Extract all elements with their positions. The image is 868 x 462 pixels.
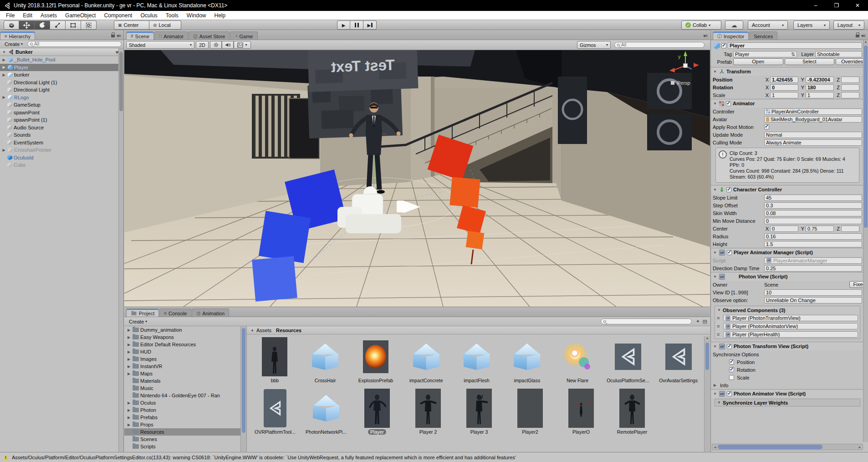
enabled-checkbox[interactable] — [726, 101, 731, 106]
close-button[interactable]: ✕ — [847, 0, 868, 11]
menu-tools[interactable]: Tools — [162, 12, 183, 19]
pivot-toggle-button[interactable]: ▣ Center — [114, 21, 149, 30]
foldout-icon[interactable]: ▼ — [713, 102, 717, 106]
radius-field[interactable]: 0.16 — [764, 233, 862, 240]
folder-dummy-animation[interactable]: ▶Dummy_animation — [124, 326, 246, 334]
step-button[interactable]: ▶ — [363, 21, 377, 30]
center-x-field[interactable]: 0 — [770, 226, 798, 232]
folder-hud[interactable]: ▶HUD — [124, 348, 246, 355]
foldout-icon[interactable]: ▼ — [713, 344, 717, 349]
search-by-label-icon[interactable]: ▤ — [703, 318, 707, 324]
scene-viewport[interactable]: Test Text — [124, 50, 710, 307]
foldout-icon[interactable]: ▼ — [713, 188, 717, 192]
menu-component[interactable]: Component — [100, 12, 136, 19]
asset-impactconcrete[interactable]: impactConcrete — [401, 336, 451, 383]
asset-impactflesh[interactable]: impactFlesh — [451, 336, 502, 383]
folder-scripts[interactable]: Scripts — [124, 443, 246, 450]
tab-scene[interactable]: # Scene — [126, 31, 154, 40]
project-create-button[interactable]: Create ▾ — [126, 318, 150, 325]
culling-mode-dropdown[interactable]: Always Animate — [764, 139, 862, 146]
drag-handle-icon[interactable]: = — [717, 323, 721, 329]
scale-z-field[interactable] — [841, 92, 859, 98]
inspector-h-scrollbar[interactable]: ◄ ► — [712, 444, 863, 450]
hierarchy-item-cube[interactable]: Cube — [0, 161, 123, 169]
folder-photon[interactable]: ▶Photon — [124, 406, 246, 414]
apply-root-motion-checkbox[interactable] — [764, 124, 769, 129]
status-bar[interactable]: Assets/Oculus/Platform/Editor/OculusPlat… — [0, 452, 868, 462]
asset-photonnetworkplayer[interactable]: PhotonNetworkPl... — [301, 388, 352, 435]
search-by-type-icon[interactable]: ✦ — [696, 318, 700, 324]
foldout-icon[interactable]: ▼ — [713, 275, 717, 279]
foldout-icon[interactable]: ▼ — [2, 50, 6, 54]
panel-menu-icon[interactable]: ▾≡ — [861, 33, 865, 38]
hierarchy-item-spawnpoint[interactable]: spawnPoint — [0, 109, 123, 117]
audio-toggle-button[interactable] — [222, 41, 234, 49]
tab-inspector[interactable]: ⓘ Inspector — [713, 31, 749, 40]
persp-label[interactable]: Persp — [677, 80, 690, 86]
observed-component-field[interactable]: c#Player (PhotonAnimatorView) — [723, 323, 858, 329]
scroll-up-icon[interactable]: ▲ — [863, 40, 868, 43]
hierarchy-item-oculusid[interactable]: OculusId › — [0, 154, 123, 162]
tab-console[interactable]: ≡ Console — [159, 308, 191, 317]
active-checkbox[interactable] — [721, 43, 726, 48]
folder-materials[interactable]: Materials — [124, 377, 246, 385]
folder-nintendo64[interactable]: Nintendo 64 - GoldenEye 007 - Ran — [124, 392, 246, 399]
drag-handle-icon[interactable]: = — [717, 332, 721, 337]
hierarchy-item-crosshairpointer[interactable]: ▶ CrosshairPointer — [0, 146, 123, 154]
hierarchy-search-input[interactable] — [34, 41, 119, 46]
scale-y-field[interactable]: 1 — [806, 92, 834, 98]
menu-oculus[interactable]: Oculus — [136, 12, 161, 19]
layers-dropdown[interactable]: Layers ▾ — [793, 21, 830, 30]
center-z-field[interactable] — [841, 226, 859, 232]
tab-project[interactable]: Project — [126, 308, 159, 317]
folder-oculus[interactable]: ▶Oculus — [124, 399, 246, 406]
2d-toggle-button[interactable]: 2D — [196, 41, 209, 49]
foldout-icon[interactable]: ▼ — [717, 308, 721, 312]
folder-tree-scrollbar[interactable] — [240, 326, 246, 452]
hierarchy-scrollbar[interactable] — [118, 48, 123, 452]
menu-assets[interactable]: Assets — [36, 12, 61, 19]
hand-tool-button[interactable] — [4, 21, 19, 30]
enabled-checkbox[interactable] — [727, 391, 732, 396]
rotate-tool-button[interactable] — [35, 21, 50, 30]
asset-ovrplatformtool[interactable]: OVRPlatformTool... — [250, 388, 301, 435]
minimize-button[interactable]: – — [805, 0, 826, 11]
folder-easy-weapons[interactable]: ▶Easy Weapons — [124, 334, 246, 341]
asset-explosionprefab[interactable]: ExplosionPrefab — [351, 336, 401, 383]
hierarchy-item-player[interactable]: ▶ Player › — [0, 64, 123, 72]
scroll-right-icon[interactable]: ► — [857, 446, 863, 449]
asset-player[interactable]: Player — [352, 388, 403, 435]
tab-asset-store[interactable]: ◫ Asset Store — [189, 31, 230, 40]
rect-tool-button[interactable] — [66, 21, 81, 30]
menu-file[interactable]: File — [2, 12, 19, 19]
tab-animator[interactable]: ∷ Animator — [154, 31, 188, 40]
folder-editor-default-resources[interactable]: ▶Editor Default Resources — [124, 341, 246, 348]
hierarchy-item-gamesetup[interactable]: GameSetup — [0, 101, 123, 109]
info-foldout-label[interactable]: Info — [720, 383, 728, 388]
folder-scenes[interactable]: Scenes — [124, 436, 246, 443]
slope-limit-field[interactable]: 45 — [764, 195, 862, 201]
hierarchy-item-directional-light-1[interactable]: Directional Light (1) — [0, 79, 123, 87]
play-button[interactable]: ▶ — [337, 21, 350, 30]
foldout-icon[interactable]: ▶ — [713, 383, 717, 387]
update-mode-dropdown[interactable]: Normal — [764, 132, 862, 138]
panel-menu-icon[interactable]: ▾≡ — [117, 33, 121, 38]
skin-width-field[interactable]: 0.08 — [764, 210, 862, 216]
hierarchy-item-directional-light[interactable]: Directional Light — [0, 86, 123, 94]
foldout-icon[interactable]: ▼ — [717, 400, 721, 405]
asset-player2[interactable]: Player2 — [505, 388, 556, 435]
scale-tool-button[interactable] — [50, 21, 66, 30]
tab-animation[interactable]: ◷ Animation — [192, 308, 229, 317]
asset-remoteplayer[interactable]: RemotePlayer — [607, 388, 658, 435]
foldout-icon[interactable]: ▼ — [713, 251, 717, 255]
asset-bbb[interactable]: bbb — [250, 336, 300, 383]
asset-ovravatarsettings[interactable]: OvrAvatarSettings — [653, 336, 704, 383]
scene-header-row[interactable]: ▼ Bunker ▾≡ — [0, 48, 123, 56]
step-offset-field[interactable]: 0.3 — [764, 202, 862, 209]
prefab-open-button[interactable]: Open — [733, 58, 783, 65]
breadcrumb-assets[interactable]: Assets — [256, 328, 271, 333]
gizmos-dropdown[interactable]: Gizmos ▾ — [577, 41, 611, 49]
hierarchy-item-rlogo[interactable]: ▶ RLogo — [0, 94, 123, 102]
asset-playero[interactable]: PlayerO — [556, 388, 607, 435]
tag-dropdown[interactable]: Player ⇅ — [733, 51, 797, 57]
